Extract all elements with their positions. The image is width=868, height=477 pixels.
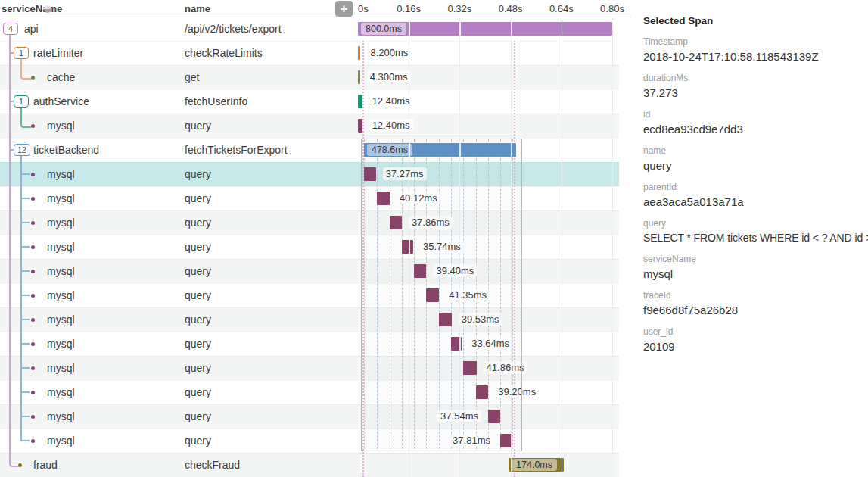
tree-connector bbox=[20, 198, 30, 199]
span-row[interactable] bbox=[0, 283, 619, 307]
span-operation-name: query bbox=[185, 380, 211, 404]
span-duration-bar[interactable]: 800.0ms bbox=[358, 22, 612, 36]
span-duration-bar[interactable] bbox=[358, 70, 360, 84]
span-operation-name: query bbox=[185, 404, 211, 429]
span-service-name: api bbox=[24, 17, 39, 41]
span-dot-icon bbox=[31, 221, 35, 225]
span-service-name: rateLimiter bbox=[33, 41, 83, 65]
span-operation-name: query bbox=[185, 210, 211, 235]
span-operation-name: query bbox=[185, 114, 211, 138]
span-duration-label: 800.0ms bbox=[361, 23, 406, 35]
span-duration-bar[interactable] bbox=[358, 46, 360, 60]
span-operation-name: checkFraud bbox=[185, 453, 240, 477]
bar-grid-divider bbox=[562, 458, 563, 472]
span-row[interactable] bbox=[0, 114, 619, 138]
span-field-value: aea3aca5a013a71a bbox=[643, 195, 868, 208]
tree-connector bbox=[20, 295, 30, 296]
span-operation-name: query bbox=[185, 259, 211, 283]
span-dot-icon bbox=[31, 270, 35, 273]
span-field-label: serviceName bbox=[643, 254, 868, 264]
span-row[interactable] bbox=[0, 41, 619, 65]
timeline-selection-box[interactable] bbox=[361, 139, 522, 451]
zoom-in-button[interactable]: + bbox=[335, 1, 353, 17]
span-field-label: parentId bbox=[643, 182, 868, 192]
span-service-name: mysql bbox=[47, 283, 75, 307]
axis-tick-label: 0.32s bbox=[447, 3, 471, 14]
waterfall-header: serviceName name + 0s0.16s0.32s0.48s0.64… bbox=[0, 0, 631, 17]
span-duration-label: 174.0ms bbox=[512, 459, 557, 471]
span-service-name: authService bbox=[33, 89, 89, 114]
trace-detail-page: serviceName name + 0s0.16s0.32s0.48s0.64… bbox=[0, 0, 868, 477]
span-row[interactable] bbox=[0, 210, 619, 235]
span-field-value: 37.273 bbox=[643, 86, 868, 99]
span-row[interactable] bbox=[0, 429, 619, 453]
span-row[interactable] bbox=[0, 65, 619, 89]
span-operation-name: query bbox=[185, 162, 211, 186]
tree-connector bbox=[20, 440, 30, 441]
span-row[interactable] bbox=[0, 162, 619, 186]
span-row[interactable] bbox=[0, 404, 619, 429]
bar-grid-divider bbox=[459, 22, 461, 36]
span-duration-label: 8.200ms bbox=[367, 46, 411, 59]
tree-connector bbox=[20, 59, 31, 80]
span-count-badge[interactable]: 4 bbox=[3, 23, 18, 35]
span-operation-name: fetchUserInfo bbox=[185, 89, 247, 114]
span-field-label: name bbox=[643, 145, 868, 156]
span-row[interactable] bbox=[0, 332, 619, 356]
bar-grid-divider bbox=[562, 22, 563, 36]
span-operation-name: query bbox=[185, 332, 211, 356]
sort-icon[interactable] bbox=[44, 5, 51, 13]
service-column-header[interactable]: serviceName bbox=[2, 3, 62, 14]
span-field-value: f9e66d8f75a26b28 bbox=[643, 304, 868, 316]
span-field-label: user_id bbox=[643, 326, 868, 337]
span-operation-name: get bbox=[185, 65, 199, 89]
span-duration-label: 12.40ms bbox=[369, 95, 413, 108]
span-service-name: mysql bbox=[47, 429, 75, 453]
span-service-name: mysql bbox=[47, 162, 75, 186]
span-duration-bar[interactable] bbox=[358, 119, 362, 132]
span-operation-name: query bbox=[185, 429, 211, 453]
span-service-name: mysql bbox=[47, 404, 75, 429]
panel-title: Selected Span bbox=[643, 15, 868, 26]
span-dot-icon bbox=[31, 366, 35, 370]
span-row[interactable] bbox=[0, 89, 619, 114]
span-field-label: durationMs bbox=[643, 73, 868, 83]
bar-grid-divider bbox=[511, 22, 512, 36]
tree-connector bbox=[9, 101, 14, 102]
span-field-label: query bbox=[643, 218, 868, 229]
trace-waterfall: serviceName name + 0s0.16s0.32s0.48s0.64… bbox=[0, 0, 631, 477]
span-operation-name: fetchTicketsForExport bbox=[185, 138, 288, 162]
span-service-name: ticketBackend bbox=[33, 138, 99, 162]
span-row[interactable] bbox=[0, 307, 619, 332]
tree-trunk-api bbox=[9, 35, 19, 467]
tree-connector bbox=[20, 416, 30, 417]
span-row[interactable] bbox=[0, 259, 619, 283]
span-field-value: query bbox=[643, 159, 868, 172]
span-dot-icon bbox=[31, 245, 35, 249]
span-operation-name: query bbox=[185, 235, 211, 259]
span-dot-icon bbox=[31, 76, 35, 80]
span-service-name: mysql bbox=[47, 259, 75, 283]
span-field-value: mysql bbox=[643, 267, 868, 280]
tree-connector bbox=[20, 343, 30, 344]
tree-connector bbox=[20, 246, 30, 248]
span-operation-name: query bbox=[185, 307, 211, 332]
span-dot-icon bbox=[31, 342, 35, 346]
span-field-label: id bbox=[643, 109, 868, 120]
span-dot-icon bbox=[31, 124, 35, 128]
tree-connector bbox=[20, 222, 30, 223]
span-field-value: 2018-10-24T17:10:58.118543139Z bbox=[643, 50, 868, 63]
span-field-value: SELECT * FROM tickets WHERE id < ? AND i… bbox=[643, 232, 868, 244]
tree-connector bbox=[20, 367, 30, 369]
span-service-name: mysql bbox=[47, 332, 75, 356]
span-duration-bar[interactable]: 174.0ms bbox=[509, 458, 564, 472]
span-operation-name: query bbox=[185, 356, 211, 380]
span-duration-bar[interactable] bbox=[358, 95, 362, 108]
span-row[interactable] bbox=[0, 186, 619, 210]
axis-tick-label: 0s bbox=[358, 3, 369, 14]
tree-connector bbox=[20, 108, 31, 128]
span-row[interactable] bbox=[0, 235, 619, 259]
tree-connector bbox=[9, 149, 14, 151]
grid-line bbox=[612, 17, 613, 477]
name-column-header[interactable]: name bbox=[185, 3, 210, 14]
